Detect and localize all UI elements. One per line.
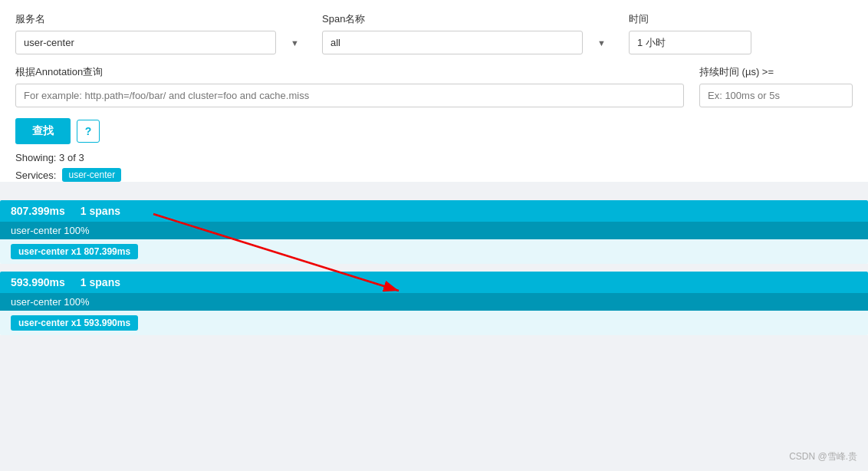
trace-duration-1: 807.399ms (11, 205, 65, 217)
duration-label: 持续时间 (µs) >= (699, 65, 853, 79)
service-filter-tag[interactable]: user-center (62, 168, 121, 182)
span-select[interactable]: all (322, 31, 583, 54)
trace-service-badge-1: user-center x1 807.399ms (11, 244, 138, 259)
help-button[interactable]: ? (77, 120, 100, 143)
annotation-input[interactable] (15, 84, 684, 107)
annotation-label: 根据Annotation查询 (15, 65, 684, 79)
trace-service-bar-2: user-center 100% (0, 293, 868, 311)
trace-duration-2: 593.990ms (11, 276, 65, 288)
span-label: Span名称 (322, 12, 613, 26)
span-select-wrapper: all ▼ (322, 31, 613, 54)
trace-spans-2: 1 spans (81, 276, 120, 288)
time-select[interactable]: 1 小时 (629, 31, 751, 54)
service-select[interactable]: user-center (15, 31, 276, 54)
trace-header-1: 807.399ms 1 spans (0, 200, 868, 222)
trace-service-badge-2: user-center x1 593.990ms (11, 315, 138, 331)
trace-item-1[interactable]: 807.399ms 1 spans user-center 100% user-… (0, 200, 868, 264)
time-select-wrapper: 1 小时 (629, 31, 853, 54)
service-select-arrow: ▼ (291, 38, 299, 48)
trace-spans-1: 1 spans (81, 205, 120, 217)
trace-service-detail-2: user-center x1 593.990ms (0, 311, 868, 335)
service-select-wrapper: user-center ▼ (15, 31, 307, 54)
service-label: 服务名 (15, 12, 307, 26)
duration-input[interactable] (699, 84, 853, 107)
trace-header-2: 593.990ms 1 spans (0, 272, 868, 293)
time-label: 时间 (629, 12, 853, 26)
trace-service-bar-1: user-center 100% (0, 222, 868, 239)
trace-service-detail-1: user-center x1 807.399ms (0, 239, 868, 264)
trace-item-2[interactable]: 593.990ms 1 spans user-center 100% user-… (0, 272, 868, 335)
services-label: Services: (15, 170, 56, 181)
span-select-arrow: ▼ (597, 38, 606, 48)
search-button[interactable]: 查找 (15, 118, 71, 144)
showing-text: Showing: 3 of 3 (15, 152, 853, 163)
